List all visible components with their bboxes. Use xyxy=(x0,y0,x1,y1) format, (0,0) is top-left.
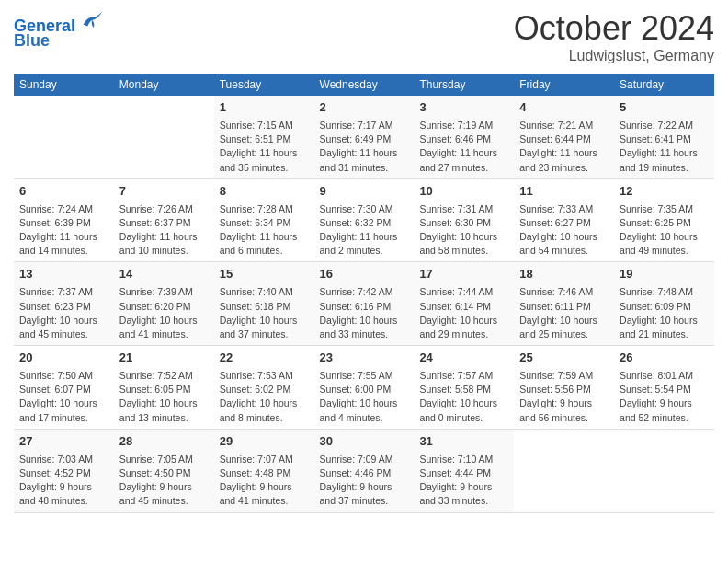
calendar-cell: 17Sunrise: 7:44 AMSunset: 6:14 PMDayligh… xyxy=(414,262,514,346)
calendar-cell xyxy=(114,96,214,178)
calendar-cell: 2Sunrise: 7:17 AMSunset: 6:49 PMDaylight… xyxy=(314,96,415,178)
calendar-cell: 19Sunrise: 7:48 AMSunset: 6:09 PMDayligh… xyxy=(614,262,714,346)
title-block: October 2024 Ludwigslust, Germany xyxy=(514,9,714,64)
calendar-cell: 4Sunrise: 7:21 AMSunset: 6:44 PMDaylight… xyxy=(514,96,614,178)
calendar-cell: 12Sunrise: 7:35 AMSunset: 6:25 PMDayligh… xyxy=(614,178,714,262)
calendar-cell: 21Sunrise: 7:52 AMSunset: 6:05 PMDayligh… xyxy=(114,346,214,430)
calendar-cell: 18Sunrise: 7:46 AMSunset: 6:11 PMDayligh… xyxy=(514,262,614,346)
location: Ludwigslust, Germany xyxy=(514,48,714,64)
day-number: 10 xyxy=(419,183,508,201)
day-info: Sunrise: 7:17 AMSunset: 6:49 PMDaylight:… xyxy=(320,119,409,175)
day-info: Sunrise: 7:21 AMSunset: 6:44 PMDaylight:… xyxy=(519,119,609,175)
day-info: Sunrise: 7:07 AMSunset: 4:48 PMDaylight:… xyxy=(220,453,309,509)
calendar-cell: 9Sunrise: 7:30 AMSunset: 6:32 PMDaylight… xyxy=(314,178,415,262)
day-info: Sunrise: 7:24 AMSunset: 6:39 PMDaylight:… xyxy=(19,202,108,259)
day-number: 25 xyxy=(519,350,609,367)
weekday-header-monday: Monday xyxy=(114,74,214,96)
day-info: Sunrise: 7:42 AMSunset: 6:16 PMDaylight:… xyxy=(320,285,409,341)
calendar-cell: 23Sunrise: 7:55 AMSunset: 6:00 PMDayligh… xyxy=(314,346,415,430)
day-info: Sunrise: 7:09 AMSunset: 4:46 PMDaylight:… xyxy=(320,453,409,509)
day-info: Sunrise: 7:59 AMSunset: 5:56 PMDaylight:… xyxy=(519,369,609,425)
calendar-cell: 11Sunrise: 7:33 AMSunset: 6:27 PMDayligh… xyxy=(514,178,614,262)
day-number: 22 xyxy=(220,350,309,367)
day-info: Sunrise: 7:40 AMSunset: 6:18 PMDaylight:… xyxy=(220,285,309,341)
day-info: Sunrise: 7:03 AMSunset: 4:52 PMDaylight:… xyxy=(19,453,108,509)
calendar-cell xyxy=(14,96,114,178)
calendar-cell: 6Sunrise: 7:24 AMSunset: 6:39 PMDaylight… xyxy=(14,178,114,262)
day-info: Sunrise: 7:26 AMSunset: 6:37 PMDaylight:… xyxy=(119,202,209,259)
day-number: 11 xyxy=(519,183,609,201)
day-number: 17 xyxy=(419,266,508,283)
day-number: 9 xyxy=(320,183,409,201)
calendar-cell xyxy=(614,429,714,512)
day-number: 2 xyxy=(320,99,409,117)
day-info: Sunrise: 7:22 AMSunset: 6:41 PMDaylight:… xyxy=(620,119,709,175)
week-row-5: 27Sunrise: 7:03 AMSunset: 4:52 PMDayligh… xyxy=(14,429,714,512)
day-number: 13 xyxy=(19,266,108,283)
weekday-header-row: SundayMondayTuesdayWednesdayThursdayFrid… xyxy=(14,74,714,96)
week-row-3: 13Sunrise: 7:37 AMSunset: 6:23 PMDayligh… xyxy=(14,262,714,346)
day-info: Sunrise: 7:53 AMSunset: 6:02 PMDaylight:… xyxy=(220,369,309,425)
weekday-header-tuesday: Tuesday xyxy=(214,74,314,96)
calendar-cell: 27Sunrise: 7:03 AMSunset: 4:52 PMDayligh… xyxy=(14,429,114,512)
calendar-cell: 28Sunrise: 7:05 AMSunset: 4:50 PMDayligh… xyxy=(114,429,214,512)
week-row-1: 1Sunrise: 7:15 AMSunset: 6:51 PMDaylight… xyxy=(14,96,714,178)
day-info: Sunrise: 7:30 AMSunset: 6:32 PMDaylight:… xyxy=(320,202,409,259)
calendar-cell: 20Sunrise: 7:50 AMSunset: 6:07 PMDayligh… xyxy=(14,346,114,430)
week-row-2: 6Sunrise: 7:24 AMSunset: 6:39 PMDaylight… xyxy=(14,178,714,262)
day-number: 3 xyxy=(419,99,508,117)
day-number: 26 xyxy=(620,350,709,367)
day-info: Sunrise: 7:44 AMSunset: 6:14 PMDaylight:… xyxy=(419,285,508,341)
calendar-cell: 7Sunrise: 7:26 AMSunset: 6:37 PMDaylight… xyxy=(114,178,214,262)
day-number: 4 xyxy=(519,99,609,117)
weekday-header-saturday: Saturday xyxy=(614,74,714,96)
day-number: 16 xyxy=(320,266,409,283)
calendar-cell: 31Sunrise: 7:10 AMSunset: 4:44 PMDayligh… xyxy=(414,429,514,512)
day-info: Sunrise: 7:05 AMSunset: 4:50 PMDaylight:… xyxy=(119,453,209,509)
day-info: Sunrise: 7:31 AMSunset: 6:30 PMDaylight:… xyxy=(419,202,508,259)
day-info: Sunrise: 7:28 AMSunset: 6:34 PMDaylight:… xyxy=(220,202,309,259)
day-info: Sunrise: 7:48 AMSunset: 6:09 PMDaylight:… xyxy=(620,285,709,341)
day-number: 31 xyxy=(419,433,508,451)
calendar-cell: 14Sunrise: 7:39 AMSunset: 6:20 PMDayligh… xyxy=(114,262,214,346)
calendar-cell: 16Sunrise: 7:42 AMSunset: 6:16 PMDayligh… xyxy=(314,262,415,346)
day-number: 30 xyxy=(320,433,409,451)
day-info: Sunrise: 8:01 AMSunset: 5:54 PMDaylight:… xyxy=(620,369,709,425)
day-number: 6 xyxy=(19,183,108,201)
calendar-cell: 15Sunrise: 7:40 AMSunset: 6:18 PMDayligh… xyxy=(214,262,314,346)
calendar-cell: 26Sunrise: 8:01 AMSunset: 5:54 PMDayligh… xyxy=(614,346,714,430)
calendar-cell: 3Sunrise: 7:19 AMSunset: 6:46 PMDaylight… xyxy=(414,96,514,178)
calendar-cell: 1Sunrise: 7:15 AMSunset: 6:51 PMDaylight… xyxy=(214,96,314,178)
day-info: Sunrise: 7:55 AMSunset: 6:00 PMDaylight:… xyxy=(320,369,409,425)
day-number: 28 xyxy=(119,433,209,451)
calendar-cell: 25Sunrise: 7:59 AMSunset: 5:56 PMDayligh… xyxy=(514,346,614,430)
weekday-header-wednesday: Wednesday xyxy=(314,74,415,96)
calendar-cell: 29Sunrise: 7:07 AMSunset: 4:48 PMDayligh… xyxy=(214,429,314,512)
day-number: 7 xyxy=(119,183,209,201)
day-info: Sunrise: 7:35 AMSunset: 6:25 PMDaylight:… xyxy=(620,202,709,259)
day-info: Sunrise: 7:46 AMSunset: 6:11 PMDaylight:… xyxy=(519,285,609,341)
day-number: 27 xyxy=(19,433,108,451)
day-info: Sunrise: 7:57 AMSunset: 5:58 PMDaylight:… xyxy=(419,369,508,425)
day-info: Sunrise: 7:52 AMSunset: 6:05 PMDaylight:… xyxy=(119,369,209,425)
day-number: 8 xyxy=(220,183,309,201)
weekday-header-friday: Friday xyxy=(514,74,614,96)
day-info: Sunrise: 7:33 AMSunset: 6:27 PMDaylight:… xyxy=(519,202,609,259)
page-header: General Blue October 2024 Ludwigslust, G… xyxy=(14,9,714,64)
calendar-cell: 22Sunrise: 7:53 AMSunset: 6:02 PMDayligh… xyxy=(214,346,314,430)
day-number: 20 xyxy=(19,350,108,367)
calendar-cell xyxy=(514,429,614,512)
weekday-header-sunday: Sunday xyxy=(14,74,114,96)
day-number: 29 xyxy=(220,433,309,451)
day-number: 21 xyxy=(119,350,209,367)
day-number: 12 xyxy=(620,183,709,201)
day-number: 19 xyxy=(620,266,709,283)
calendar-cell: 5Sunrise: 7:22 AMSunset: 6:41 PMDaylight… xyxy=(614,96,714,178)
month-title: October 2024 xyxy=(514,9,714,48)
calendar-table: SundayMondayTuesdayWednesdayThursdayFrid… xyxy=(14,74,714,513)
day-number: 18 xyxy=(519,266,609,283)
day-info: Sunrise: 7:15 AMSunset: 6:51 PMDaylight:… xyxy=(220,119,309,175)
day-number: 15 xyxy=(220,266,309,283)
logo-bird-icon xyxy=(82,9,104,31)
day-info: Sunrise: 7:37 AMSunset: 6:23 PMDaylight:… xyxy=(19,285,108,341)
